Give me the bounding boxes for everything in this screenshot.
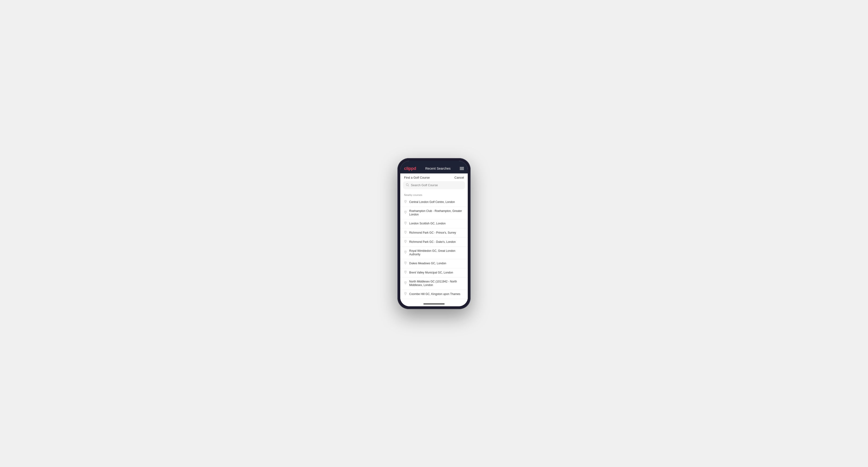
hamburger-line-3 — [460, 169, 464, 170]
svg-point-6 — [405, 241, 406, 241]
content-area: Find a Golf Course Cancel Nearby — [400, 174, 468, 302]
course-name: Brent Valley Municipal GC, London — [409, 271, 453, 275]
find-bar: Find a Golf Course Cancel — [400, 174, 468, 181]
svg-point-5 — [405, 231, 406, 232]
phone-screen: clippd Recent Searches Find a Golf Cours… — [400, 161, 468, 306]
pin-icon — [404, 240, 407, 244]
svg-point-8 — [405, 262, 406, 262]
svg-point-9 — [405, 271, 406, 272]
app-logo: clippd — [404, 166, 416, 171]
pin-icon — [404, 222, 407, 226]
search-input[interactable] — [411, 183, 462, 187]
course-list-item[interactable]: London Scottish GC, London — [400, 219, 468, 228]
course-list-item[interactable]: Brent Valley Municipal GC, London — [400, 268, 468, 278]
course-name: Richmond Park GC - Duke's, London — [409, 240, 456, 244]
pin-icon — [404, 251, 407, 255]
header-title: Recent Searches — [425, 166, 451, 170]
course-name: Central London Golf Centre, London — [409, 200, 455, 204]
course-name: North Middlesex GC (1011942 - North Midd… — [409, 280, 464, 287]
search-icon — [406, 183, 409, 187]
course-name: Royal Wimbledon GC, Great London Authori… — [409, 249, 464, 256]
nearby-courses-section: Nearby courses Central London Golf Centr… — [400, 192, 468, 302]
course-list-item[interactable]: Richmond Park GC - Duke's, London — [400, 238, 468, 247]
course-list-item[interactable]: Central London Golf Centre, London — [400, 198, 468, 207]
app-header: clippd Recent Searches — [400, 164, 468, 174]
svg-point-7 — [405, 251, 406, 252]
home-indicator — [400, 302, 468, 306]
cancel-button[interactable]: Cancel — [455, 176, 464, 179]
course-list-item[interactable]: Coombe Hill GC, Kingston upon Thames — [400, 290, 468, 299]
svg-point-11 — [405, 293, 406, 293]
course-list-item[interactable]: Richmond Park GC - Prince's, Surrey — [400, 228, 468, 238]
svg-point-2 — [405, 200, 406, 201]
course-list: Central London Golf Centre, London Roeha… — [400, 198, 468, 299]
course-name: Coombe Hill GC, Kingston upon Thames — [409, 292, 460, 296]
svg-line-1 — [408, 185, 409, 186]
svg-point-3 — [405, 212, 406, 212]
pin-icon — [404, 231, 407, 235]
course-list-item[interactable]: North Middlesex GC (1011942 - North Midd… — [400, 278, 468, 290]
nearby-courses-heading: Nearby courses — [400, 192, 468, 198]
course-name: Roehampton Club - Roehampton, Greater Lo… — [409, 209, 464, 217]
course-list-item[interactable]: Roehampton Club - Roehampton, Greater Lo… — [400, 207, 468, 219]
course-list-item[interactable]: Dukes Meadows GC, London — [400, 259, 468, 268]
find-label: Find a Golf Course — [404, 176, 430, 179]
home-bar — [423, 304, 445, 304]
search-input-wrapper — [403, 181, 465, 189]
hamburger-icon[interactable] — [460, 167, 464, 170]
pin-icon — [404, 200, 407, 205]
svg-point-10 — [405, 282, 406, 283]
course-list-item[interactable]: Royal Wimbledon GC, Great London Authori… — [400, 247, 468, 259]
svg-point-4 — [405, 222, 406, 223]
pin-icon — [404, 261, 407, 266]
pin-icon — [404, 292, 407, 297]
search-container — [400, 181, 468, 192]
hamburger-line-2 — [460, 168, 464, 169]
pin-icon — [404, 271, 407, 275]
pin-icon — [404, 211, 407, 215]
course-name: London Scottish GC, London — [409, 222, 445, 226]
course-name: Dukes Meadows GC, London — [409, 262, 446, 266]
hamburger-line-1 — [460, 167, 464, 167]
status-bar — [400, 161, 468, 164]
pin-icon — [404, 281, 407, 285]
course-name: Richmond Park GC - Prince's, Surrey — [409, 231, 456, 235]
phone-frame: clippd Recent Searches Find a Golf Cours… — [397, 158, 471, 309]
